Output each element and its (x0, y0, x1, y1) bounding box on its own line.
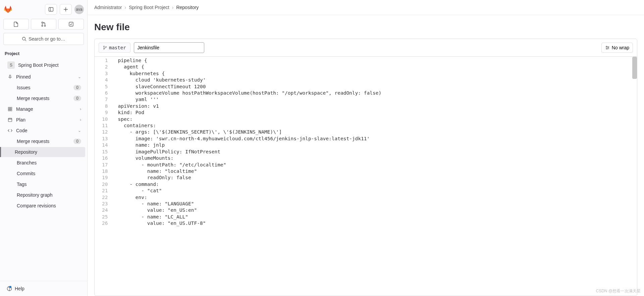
sidebar-item-code[interactable]: Code ⌄ (2, 126, 85, 136)
avatar[interactable]: ava (74, 5, 84, 14)
search-button[interactable]: Search or go to… (3, 33, 84, 45)
settings-icon (605, 45, 610, 50)
filename-input[interactable] (134, 42, 204, 53)
code-icon (7, 128, 13, 133)
gitlab-logo[interactable] (3, 5, 13, 14)
nowrap-button[interactable]: No wrap (601, 43, 633, 53)
help-label: Help (15, 286, 24, 291)
todo-icon-button[interactable] (58, 19, 84, 30)
svg-point-20 (9, 290, 9, 290)
svg-point-28 (608, 47, 608, 48)
sidebar-item-compare[interactable]: Compare revisions (2, 201, 85, 211)
svg-rect-7 (69, 22, 73, 26)
pin-icon (7, 74, 13, 80)
sidebar-quick-actions (0, 17, 87, 32)
svg-point-8 (22, 37, 25, 40)
code-content[interactable]: pipeline { agent { kubernetes { cloud 'k… (114, 57, 637, 296)
breadcrumb-project[interactable]: Spring Boot Project (129, 5, 169, 10)
editor: master No wrap 1234567891011121314151617… (94, 39, 637, 296)
svg-rect-0 (49, 8, 53, 11)
file-icon-button[interactable] (3, 19, 29, 30)
branch-selector[interactable]: master (99, 43, 130, 53)
chevron-down-icon: ⌄ (78, 128, 81, 133)
svg-point-5 (42, 25, 43, 27)
scrollbar[interactable] (632, 57, 637, 79)
breadcrumb-administrator[interactable]: Administrator (94, 5, 122, 10)
nowrap-label: No wrap (612, 45, 629, 50)
panel-toggle-button[interactable] (45, 4, 57, 15)
sidebar-item-repository[interactable]: Repository (0, 147, 85, 157)
help-notification-dot (9, 286, 11, 288)
svg-line-9 (25, 40, 26, 41)
add-button[interactable] (60, 4, 72, 15)
help-link[interactable]: Help (0, 284, 87, 293)
sidebar: ava Search or go to… Project S Spring Bo… (0, 0, 88, 296)
branch-name: master (109, 45, 126, 50)
merge-request-icon-button[interactable] (31, 19, 56, 30)
project-name: Spring Boot Project (18, 62, 81, 68)
search-icon (22, 37, 26, 41)
page-title: New file (94, 22, 637, 33)
editor-header: master No wrap (95, 39, 637, 57)
svg-point-27 (606, 46, 607, 47)
svg-rect-15 (8, 118, 12, 122)
sidebar-item-tags[interactable]: Tags (2, 179, 85, 189)
svg-rect-11 (8, 107, 10, 109)
breadcrumb: Administrator › Spring Boot Project › Re… (88, 0, 644, 15)
main-content: Administrator › Spring Boot Project › Re… (88, 0, 644, 296)
breadcrumb-separator: › (172, 5, 174, 10)
watermark: CSDN @想看一次满天星 (596, 288, 641, 294)
sidebar-item-merge-requests-pinned[interactable]: Merge requests 0 (2, 93, 85, 103)
sidebar-item-merge-requests-code[interactable]: Merge requests 0 (2, 136, 85, 146)
svg-point-6 (44, 25, 46, 27)
svg-point-29 (606, 48, 607, 49)
issues-badge: 0 (73, 85, 81, 90)
svg-rect-14 (10, 109, 12, 111)
chevron-down-icon: ⌄ (78, 75, 81, 79)
svg-rect-12 (10, 107, 12, 109)
breadcrumb-separator: › (124, 5, 126, 10)
sidebar-item-manage[interactable]: Manage › (2, 104, 85, 114)
branch-icon (103, 46, 107, 50)
mr-pinned-badge: 0 (73, 96, 81, 101)
breadcrumb-current: Repository (176, 5, 199, 10)
chevron-right-icon: › (80, 107, 81, 111)
plan-icon (7, 117, 13, 122)
line-numbers: 1234567891011121314151617181920212223242… (95, 57, 114, 296)
sidebar-item-branches[interactable]: Branches (2, 158, 85, 168)
svg-point-23 (106, 46, 107, 47)
sidebar-item-issues[interactable]: Issues 0 (2, 83, 85, 93)
search-placeholder: Search or go to… (29, 36, 65, 42)
project-heading: Project (0, 49, 87, 59)
sidebar-item-plan[interactable]: Plan › (2, 115, 85, 125)
pinned-section[interactable]: Pinned ⌄ (2, 72, 85, 82)
sidebar-item-commits[interactable]: Commits (2, 168, 85, 179)
chevron-right-icon: › (80, 117, 81, 122)
code-editor[interactable]: 1234567891011121314151617181920212223242… (95, 57, 637, 296)
manage-icon (7, 106, 13, 112)
project-root-item[interactable]: S Spring Boot Project (2, 59, 85, 71)
project-initial: S (7, 61, 15, 69)
svg-rect-13 (8, 109, 10, 111)
svg-point-4 (42, 22, 43, 23)
sidebar-item-repo-graph[interactable]: Repository graph (2, 190, 85, 200)
svg-point-22 (104, 48, 105, 49)
mr-code-badge: 0 (73, 139, 81, 144)
sidebar-top: ava (0, 0, 87, 17)
svg-point-21 (104, 46, 105, 47)
